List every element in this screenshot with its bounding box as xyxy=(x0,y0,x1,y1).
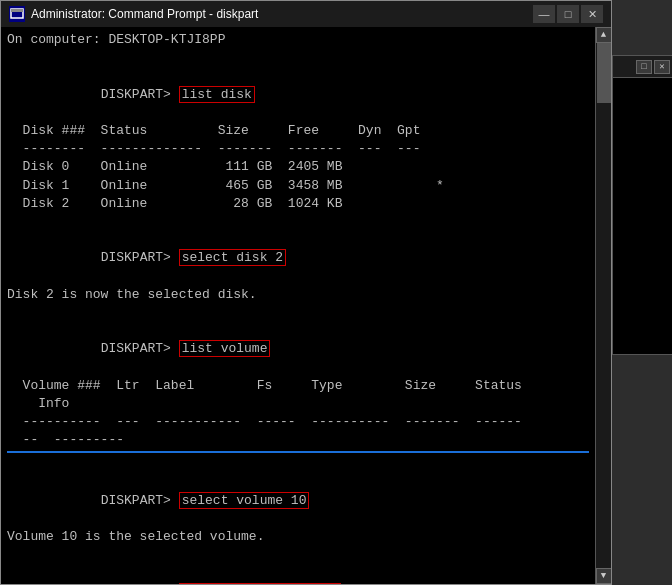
select-disk-result: Disk 2 is now the selected disk. xyxy=(7,286,589,304)
blank-after-select xyxy=(7,304,589,322)
bg-maximize-button[interactable]: □ xyxy=(636,60,652,74)
window-icon xyxy=(9,6,25,22)
scroll-thumb[interactable] xyxy=(597,43,611,103)
cmd2-box: select disk 2 xyxy=(179,249,286,266)
content-wrapper: On computer: DESKTOP-KTJI8PP DISKPART> l… xyxy=(1,27,611,584)
cmd1-line: DISKPART> list disk xyxy=(7,67,589,122)
scroll-track[interactable] xyxy=(596,43,611,568)
disk0-line: Disk 0 Online 111 GB 2405 MB xyxy=(7,158,589,176)
cmd2-line: DISKPART> select disk 2 xyxy=(7,231,589,286)
minimize-button[interactable]: — xyxy=(533,5,555,23)
blank-after-scroll xyxy=(7,455,589,473)
vol-result: Volume 10 is the selected volume. xyxy=(7,528,589,546)
vol-header2: Info xyxy=(7,395,589,413)
table-header: Disk ### Status Size Free Dyn Gpt xyxy=(7,122,589,140)
window-title: Administrator: Command Prompt - diskpart xyxy=(31,7,527,21)
cmd1-box: list disk xyxy=(179,86,255,103)
computer-line: On computer: DESKTOP-KTJI8PP xyxy=(7,31,589,49)
scroll-up-arrow[interactable]: ▲ xyxy=(596,27,612,43)
top-section: On computer: DESKTOP-KTJI8PP DISKPART> l… xyxy=(7,31,589,453)
vol-divider: ---------- --- ----------- ----- -------… xyxy=(7,413,589,431)
cmd5-box: format fs=ntfs quick xyxy=(179,583,341,584)
blank-line-0 xyxy=(7,49,589,67)
scrollbar[interactable]: ▲ ▼ xyxy=(595,27,611,584)
vol-header1: Volume ### Ltr Label Fs Type Size Status xyxy=(7,377,589,395)
disk2-line: Disk 2 Online 28 GB 1024 KB xyxy=(7,195,589,213)
prompt3: DISKPART> xyxy=(101,341,179,356)
blank-after-disks xyxy=(7,213,589,231)
disk1-line: Disk 1 Online 465 GB 3458 MB * xyxy=(7,177,589,195)
table-divider: -------- ------------- ------- ------- -… xyxy=(7,140,589,158)
desktop: □ ✕ Administrator: Command Prompt - disk… xyxy=(0,0,672,585)
bg-close-button[interactable]: ✕ xyxy=(654,60,670,74)
scroll-down-arrow[interactable]: ▼ xyxy=(596,568,612,584)
maximize-button[interactable]: □ xyxy=(557,5,579,23)
cmd4-box: select volume 10 xyxy=(179,492,310,509)
background-window: □ ✕ xyxy=(612,55,672,355)
cmd5-line: DISKPART> format fs=ntfs quick xyxy=(7,564,589,584)
cmd3-box: list volume xyxy=(179,340,271,357)
close-button[interactable]: ✕ xyxy=(581,5,603,23)
cmd3-line: DISKPART> list volume xyxy=(7,322,589,377)
svg-rect-1 xyxy=(11,9,23,12)
titlebar-buttons: — □ ✕ xyxy=(533,5,603,23)
bottom-section: DISKPART> select volume 10 Volume 10 is … xyxy=(7,455,589,584)
cmd-window: Administrator: Command Prompt - diskpart… xyxy=(0,0,612,585)
prompt4: DISKPART> xyxy=(101,493,179,508)
bg-window-titlebar: □ ✕ xyxy=(613,56,672,78)
vol-divider2: -- --------- xyxy=(7,431,589,449)
blank-before-format xyxy=(7,546,589,564)
prompt1: DISKPART> xyxy=(101,87,179,102)
prompt2: DISKPART> xyxy=(101,250,179,265)
cmd4-line: DISKPART> select volume 10 xyxy=(7,474,589,529)
terminal-content[interactable]: On computer: DESKTOP-KTJI8PP DISKPART> l… xyxy=(1,27,595,584)
titlebar: Administrator: Command Prompt - diskpart… xyxy=(1,1,611,27)
